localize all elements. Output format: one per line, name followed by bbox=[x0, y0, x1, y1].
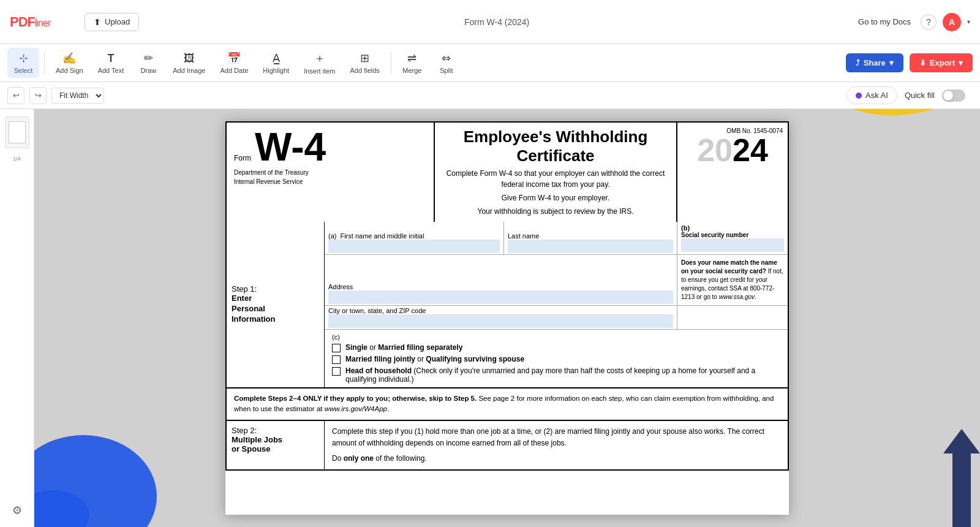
form-header: Form W-4 Department of the Treasury Inte… bbox=[225, 121, 789, 222]
avatar-chevron-icon[interactable]: ▾ bbox=[967, 18, 970, 25]
checkbox-single-box[interactable] bbox=[332, 344, 341, 352]
page-indicator: 1/4 bbox=[13, 156, 21, 162]
checkbox-married-jointly: Married filing jointly or Qualifying sur… bbox=[332, 355, 780, 364]
avatar[interactable]: A bbox=[943, 13, 961, 31]
help-button[interactable]: ? bbox=[921, 14, 937, 30]
last-name-input[interactable] bbox=[508, 240, 673, 253]
address-row: Address Does your name match the name on… bbox=[325, 255, 788, 306]
split-button[interactable]: ⇔ Split bbox=[431, 48, 462, 78]
checkbox-married-jointly-label: Married filing jointly or Qualifying sur… bbox=[345, 355, 524, 363]
logo: PDFliner bbox=[10, 14, 50, 30]
city-row: City or town, state, and ZIP code bbox=[325, 306, 788, 330]
add-fields-button[interactable]: ⊞ Add fields bbox=[344, 48, 386, 78]
ask-ai-dot-icon bbox=[856, 93, 862, 99]
ssn-note: Does your name match the name on your so… bbox=[681, 259, 783, 300]
step1-label: Step 1: Enter Personal Information bbox=[227, 222, 325, 387]
add-date-button[interactable]: 📅 Add Date bbox=[214, 48, 254, 78]
step2-label: Step 2: Multiple Jobs or Spouse bbox=[227, 421, 325, 470]
highlight-icon: A̲ bbox=[273, 51, 280, 65]
draw-icon: ✏ bbox=[144, 51, 153, 65]
step2-section: Step 2: Multiple Jobs or Spouse Complete… bbox=[225, 421, 789, 471]
quick-fill-toggle[interactable] bbox=[942, 89, 965, 102]
zoom-select[interactable]: Fit Width Fit Page 50% 75% 100% 125% 150… bbox=[51, 88, 104, 104]
form-title: Employee's Withholding Certificate bbox=[440, 127, 671, 165]
step2-para2: Do only one of the following. bbox=[332, 453, 780, 464]
ask-ai-button[interactable]: Ask AI bbox=[846, 86, 897, 104]
toolbar-divider-2 bbox=[391, 52, 391, 74]
step2-title: Step 2: bbox=[232, 426, 319, 435]
checkbox-single-label: Single or Married filing separately bbox=[345, 343, 462, 352]
form-sub2: Give Form W-4 to your employer. bbox=[440, 192, 671, 203]
city-input[interactable] bbox=[328, 314, 673, 328]
select-icon: ⊹ bbox=[19, 51, 28, 65]
step1-title: Step 1: bbox=[232, 284, 319, 294]
merge-button[interactable]: ⇌ Merge bbox=[396, 48, 428, 78]
step2-subtitle: Multiple Jobs or Spouse bbox=[232, 435, 319, 453]
ssn-note-cont bbox=[677, 306, 788, 329]
add-text-icon: T bbox=[107, 52, 114, 65]
form-year: 2024 bbox=[682, 134, 783, 166]
step2-content: Complete this step if you (1) hold more … bbox=[325, 421, 788, 470]
first-name-label: First name and middle initial bbox=[340, 232, 424, 240]
address-container: Address bbox=[325, 255, 677, 305]
highlight-button[interactable]: A̲ Highlight bbox=[257, 48, 295, 78]
add-text-button[interactable]: T Add Text bbox=[92, 48, 130, 78]
form-w4-title: W-4 bbox=[255, 127, 326, 167]
first-name-input[interactable] bbox=[328, 240, 500, 253]
share-chevron-icon: ▾ bbox=[889, 58, 894, 67]
step2-para1: Complete this step if you (1) hold more … bbox=[332, 426, 780, 449]
ssn-label: Social security number bbox=[681, 232, 784, 238]
topbar: PDFliner ⬆ Upload Form W-4 (2024) Go to … bbox=[0, 0, 980, 44]
main-content: Form W-4 Department of the Treasury Inte… bbox=[34, 109, 980, 527]
page-thumbnail[interactable] bbox=[5, 116, 29, 148]
checkbox-head-household-box[interactable] bbox=[332, 367, 341, 376]
add-sign-icon: ✍ bbox=[62, 51, 76, 65]
form-left-header: Form W-4 Department of the Treasury Inte… bbox=[227, 123, 435, 222]
toolbar-action-buttons: ⤴ Share ▾ ⬇ Export ▾ bbox=[846, 53, 973, 72]
form-sub3: Your withholding is subject to review by… bbox=[440, 206, 671, 217]
checkbox-head-household: Head of household (Check only if you're … bbox=[332, 366, 780, 384]
doc-title: Form W-4 (2024) bbox=[139, 17, 854, 27]
address-input[interactable] bbox=[328, 290, 673, 304]
insert-item-button[interactable]: ＋ Insert item bbox=[298, 47, 341, 78]
quick-fill-label: Quick fill bbox=[905, 91, 935, 100]
add-sign-button[interactable]: ✍ Add Sign bbox=[50, 48, 89, 78]
last-name-label: Last name bbox=[508, 232, 673, 240]
ssn-input[interactable] bbox=[681, 238, 784, 252]
form-sub1: Complete Form W-4 so that your employer … bbox=[440, 168, 671, 190]
select-tool-button[interactable]: ⊹ Select bbox=[7, 48, 39, 78]
go-to-docs-button[interactable]: Go to my Docs bbox=[854, 13, 914, 30]
settings-icon[interactable]: ⚙ bbox=[12, 504, 22, 517]
form-label: Form bbox=[234, 154, 251, 162]
logo-area: PDFliner bbox=[0, 14, 80, 30]
undo-button[interactable]: ↩ bbox=[7, 87, 24, 104]
ssn-container: (b) Social security number bbox=[677, 222, 788, 254]
city-label: City or town, state, and ZIP code bbox=[328, 307, 673, 314]
last-name-container: Last name bbox=[504, 222, 677, 254]
checkbox-married-jointly-box[interactable] bbox=[332, 355, 341, 364]
c-label: (c) bbox=[332, 333, 780, 341]
step1-row: Step 1: Enter Personal Information (a) bbox=[227, 222, 788, 387]
share-button[interactable]: ⤴ Share ▾ bbox=[846, 53, 903, 72]
add-image-button[interactable]: 🖼 Add Image bbox=[167, 48, 211, 78]
step1-section: Step 1: Enter Personal Information (a) bbox=[225, 222, 789, 389]
field-a-container: (a) First name and middle initial bbox=[325, 222, 504, 254]
dept-line2: Internal Revenue Service bbox=[234, 178, 426, 185]
draw-button[interactable]: ✏ Draw bbox=[132, 48, 164, 78]
merge-icon: ⇌ bbox=[407, 51, 417, 65]
ssn-note-cell: Does your name match the name on your so… bbox=[677, 255, 788, 305]
form-right-header: OMB No. 1545-0074 2024 bbox=[677, 123, 788, 222]
left-sidebar: 1/4 ⚙ bbox=[0, 109, 34, 527]
share-icon: ⤴ bbox=[856, 58, 860, 67]
toolbar: ⊹ Select ✍ Add Sign T Add Text ✏ Draw 🖼 … bbox=[0, 44, 980, 82]
add-image-icon: 🖼 bbox=[184, 52, 195, 65]
export-icon: ⬇ bbox=[919, 58, 926, 67]
export-chevron-icon: ▾ bbox=[959, 58, 963, 67]
export-button[interactable]: ⬇ Export ▾ bbox=[910, 53, 973, 72]
redo-button[interactable]: ↪ bbox=[29, 87, 47, 104]
upload-button[interactable]: ⬆ Upload bbox=[85, 13, 139, 31]
checkbox-single: Single or Married filing separately bbox=[332, 343, 780, 352]
pdf-page: Form W-4 Department of the Treasury Inte… bbox=[225, 121, 789, 515]
split-icon: ⇔ bbox=[442, 51, 451, 65]
toolbar-divider bbox=[44, 52, 45, 74]
